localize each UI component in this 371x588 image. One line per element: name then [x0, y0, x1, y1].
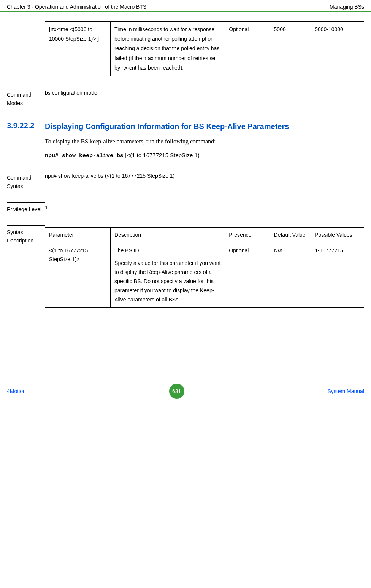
header-default: Default Value: [270, 227, 311, 243]
page-header: Chapter 3 - Operation and Administration…: [0, 0, 371, 12]
table-header-row: Parameter Description Presence Default V…: [45, 227, 364, 243]
command-syntax-block: Command Syntax npu# show keep-alive bs (…: [7, 171, 364, 191]
intro-text: To display the BS keep-alive parameters,…: [45, 138, 364, 145]
privilege-level-block: Privilege Level 1: [7, 202, 364, 214]
param-cell: <(1 to 16777215 StepSize 1)>: [45, 243, 111, 308]
command-modes-value: bs configuration mode: [45, 88, 364, 108]
page-number: 631: [169, 384, 184, 399]
desc-cell: The BS ID Specify a value for this param…: [111, 243, 225, 308]
footer-product: 4Motion: [7, 388, 26, 394]
parameter-table-top: [rtx-time <(5000 to 10000 StepSize 1)> ]…: [45, 21, 364, 76]
section-number: 3.9.22.2: [7, 121, 45, 131]
page-content: [rtx-time <(5000 to 10000 StepSize 1)> ]…: [0, 21, 371, 308]
presence-cell: Optional: [225, 243, 270, 308]
header-chapter: Chapter 3 - Operation and Administration…: [7, 4, 146, 10]
privilege-level-label: Privilege Level: [7, 202, 45, 214]
command-modes-block: Command Modes bs configuration mode: [7, 88, 364, 108]
header-section: Managing BSs: [330, 4, 364, 10]
header-presence: Presence: [225, 227, 270, 243]
desc-cell: Time in milliseconds to wait for a respo…: [111, 22, 225, 76]
header-parameter: Parameter: [45, 227, 111, 243]
header-description: Description: [111, 227, 225, 243]
table-row: <(1 to 16777215 StepSize 1)> The BS ID S…: [45, 243, 364, 308]
header-possible: Possible Values: [311, 227, 364, 243]
privilege-level-value: 1: [45, 202, 364, 214]
section-heading: 3.9.22.2 Displaying Configuration Inform…: [7, 121, 364, 131]
syntax-description-label: Syntax Description: [7, 225, 45, 308]
command-mono: npu# show keep-alive bs: [45, 153, 124, 159]
presence-cell: Optional: [225, 22, 270, 76]
syntax-description-table: Parameter Description Presence Default V…: [45, 227, 364, 308]
desc-line-1: The BS ID: [114, 246, 221, 255]
possible-cell: 5000-10000: [311, 22, 364, 76]
possible-cell: 1-16777215: [311, 243, 364, 308]
command-example: npu# show keep-alive bs [<(1 to 16777215…: [45, 152, 364, 159]
command-rest: [<(1 to 16777215 StepSize 1): [124, 152, 200, 158]
default-cell: 5000: [270, 22, 311, 76]
command-modes-label: Command Modes: [7, 88, 45, 108]
command-syntax-value: npu# show keep-alive bs (<(1 to 16777215…: [45, 171, 364, 191]
footer-doc-type: System Manual: [328, 388, 364, 394]
table-row: [rtx-time <(5000 to 10000 StepSize 1)> ]…: [45, 22, 364, 76]
page-footer: 4Motion 631 System Manual: [0, 384, 371, 399]
section-title: Displaying Configuration Information for…: [45, 121, 364, 131]
desc-line-2: Specify a value for this parameter if yo…: [114, 259, 221, 304]
default-cell: N/A: [270, 243, 311, 308]
param-cell: [rtx-time <(5000 to 10000 StepSize 1)> ]: [45, 22, 111, 76]
command-syntax-label: Command Syntax: [7, 171, 45, 191]
syntax-description-value: Parameter Description Presence Default V…: [45, 225, 364, 308]
syntax-description-block: Syntax Description Parameter Description…: [7, 225, 364, 308]
